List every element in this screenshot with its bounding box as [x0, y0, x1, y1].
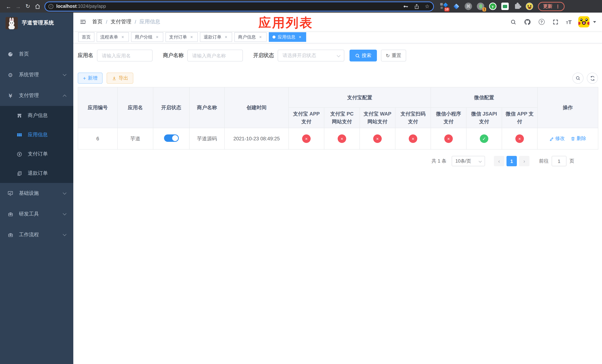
browser-menu-icon[interactable]: ⋮: [553, 3, 562, 9]
tab-close-icon[interactable]: ×: [224, 35, 228, 39]
avatar-cheek: [578, 22, 580, 25]
sidebar-item-refund-orders[interactable]: 退款订单: [0, 164, 73, 183]
sidebar-item-merchant-info[interactable]: 商户信息: [0, 106, 73, 125]
filter-form: 应用名 商户名称 开启状态 请选择开启状态 搜索 ↻ 重置: [78, 50, 598, 62]
address-bar[interactable]: i localhost:1024/pay/app ☆: [44, 1, 434, 11]
search-button[interactable]: 搜索: [350, 50, 377, 62]
rabbit-logo-icon: [6, 17, 18, 29]
tab-close-icon[interactable]: ×: [120, 35, 125, 39]
extension-smiley[interactable]: [525, 2, 534, 10]
sidebar-item-label: 工作流程: [19, 231, 39, 238]
delete-link[interactable]: 删除: [571, 135, 586, 142]
tab-close-icon[interactable]: ×: [155, 35, 160, 39]
merchant-name-label: 商户名称: [163, 52, 184, 59]
tab-close-icon[interactable]: ×: [258, 35, 263, 39]
fullscreen-button[interactable]: [552, 18, 559, 26]
sidebar-logo[interactable]: 芋道管理系统: [0, 13, 73, 33]
bookmark-star-icon[interactable]: ☆: [425, 3, 430, 9]
sidebar-item-app-info[interactable]: 应用信息: [0, 125, 73, 144]
tab-refund-orders[interactable]: 退款订单 ×: [200, 32, 232, 42]
sidebar-collapse-button[interactable]: [79, 18, 87, 26]
sidebar-item-label: 退款订单: [28, 170, 48, 177]
sidebar-item-label: 应用信息: [28, 131, 48, 138]
url-text[interactable]: localhost:1024/pay/app: [56, 4, 106, 9]
extension-command[interactable]: ⌘: [464, 2, 473, 10]
browser-home-button[interactable]: [32, 1, 42, 11]
refresh-table-button[interactable]: [587, 73, 598, 84]
sidebar-item-dev-tools[interactable]: 研发工具: [0, 204, 73, 225]
fullscreen-icon: [552, 19, 559, 25]
goto-page-input[interactable]: [552, 156, 567, 166]
pencil-icon: [549, 136, 554, 141]
add-button[interactable]: + 新增: [78, 73, 103, 84]
col-group-wechat: 微信配置: [431, 87, 538, 107]
password-key-icon[interactable]: [403, 3, 409, 10]
extension-puzzle[interactable]: [513, 2, 521, 10]
sidebar-item-home[interactable]: 首页: [0, 44, 73, 64]
sidebar-item-label: 研发工具: [19, 211, 39, 217]
extension-blue-diamond[interactable]: 10: [440, 2, 448, 10]
tab-label: 支付订单: [169, 34, 187, 40]
page-number-1[interactable]: 1: [506, 156, 517, 166]
page-content: 应用名 商户名称 开启状态 请选择开启状态 搜索 ↻ 重置: [73, 43, 602, 364]
key-icon: [403, 3, 409, 10]
browser-update-button[interactable]: 更新 ⋮: [538, 2, 565, 11]
prev-page-button[interactable]: ‹: [494, 156, 504, 166]
cell-alipay-wap: ×: [360, 128, 395, 150]
sidebar-item-label: 商户信息: [28, 112, 48, 119]
tab-app-info[interactable]: 应用信息 ×: [269, 32, 306, 42]
browser-back-button[interactable]: ←: [4, 1, 13, 11]
header-search-button[interactable]: [510, 18, 517, 26]
col-alipay-pc: 支付宝 PC 网站支付: [324, 107, 360, 128]
tab-user-group[interactable]: 用户分组 ×: [131, 32, 163, 42]
help-icon: ?: [538, 19, 544, 25]
page-info-icon[interactable]: i: [49, 4, 53, 9]
sidebar-item-workflow[interactable]: 工作流程: [0, 225, 73, 245]
extension-y-green[interactable]: y: [489, 2, 497, 10]
browser-reload-button[interactable]: ↻: [23, 1, 32, 11]
avatar-caret-icon[interactable]: [593, 21, 596, 23]
extension-kite[interactable]: [452, 2, 460, 10]
tab-close-icon[interactable]: ×: [298, 35, 302, 39]
app-name-input[interactable]: [97, 50, 152, 62]
extension-chat[interactable]: [501, 2, 509, 10]
sidebar-item-payment[interactable]: ￥ 支付管理: [0, 85, 73, 106]
sidebar-item-pay-orders[interactable]: 支付订单: [0, 144, 73, 164]
sidebar-item-infrastructure[interactable]: 基础设施: [0, 183, 73, 204]
browser-forward-button[interactable]: →: [13, 1, 23, 11]
tab-close-icon[interactable]: ×: [189, 35, 194, 39]
export-button[interactable]: 导出: [107, 73, 133, 84]
extension-green-dot[interactable]: 1: [476, 2, 485, 10]
show-search-button[interactable]: [572, 73, 583, 84]
tab-label: 应用信息: [278, 34, 295, 40]
help-button[interactable]: ?: [538, 18, 545, 26]
cell-wechat-jsapi: ✓: [466, 128, 502, 150]
cell-app-id: 6: [78, 128, 118, 150]
status-toggle[interactable]: [164, 134, 179, 142]
merchant-name-input[interactable]: [187, 50, 243, 62]
user-avatar[interactable]: [578, 16, 589, 27]
breadcrumb-home[interactable]: 首页: [92, 19, 103, 25]
breadcrumb-payment[interactable]: 支付管理: [111, 19, 131, 25]
sidebar-item-system[interactable]: ⚙ 系统管理: [0, 64, 73, 85]
share-icon[interactable]: [414, 3, 420, 9]
page-size-select[interactable]: 10条/页: [452, 156, 485, 166]
tab-home[interactable]: 首页: [78, 32, 94, 42]
url-path: :1024/pay/app: [77, 4, 106, 9]
plus-icon: +: [83, 75, 86, 81]
search-icon: [510, 19, 516, 25]
tab-pay-orders[interactable]: 支付订单 ×: [165, 32, 198, 42]
grid-icon: [16, 132, 23, 138]
edit-link[interactable]: 修改: [549, 135, 565, 142]
col-app-id: 应用编号: [78, 87, 118, 128]
cell-alipay-qr: ×: [395, 128, 431, 150]
tab-merchant-info[interactable]: 商户信息 ×: [234, 32, 267, 42]
status-select[interactable]: 请选择开启状态: [278, 50, 344, 62]
next-page-button[interactable]: ›: [519, 156, 529, 166]
tab-process-form[interactable]: 流程表单 ×: [97, 32, 129, 42]
font-size-button[interactable]: TT: [566, 19, 572, 25]
col-group-alipay: 支付宝配置: [289, 87, 431, 107]
green-oval: [479, 4, 482, 9]
reset-button[interactable]: ↻ 重置: [381, 50, 406, 62]
github-button[interactable]: [524, 18, 531, 26]
